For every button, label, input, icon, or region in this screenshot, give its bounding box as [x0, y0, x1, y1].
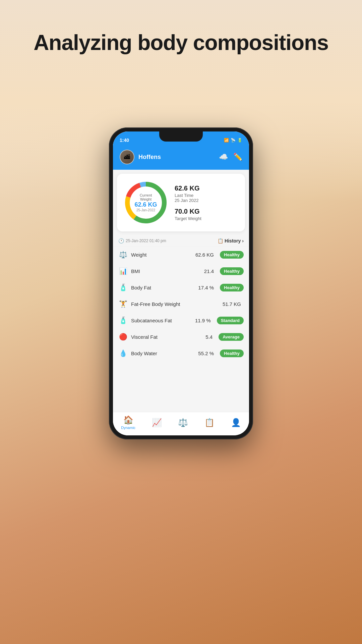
current-weight-value: 62.6 KG	[175, 184, 240, 192]
visceral-icon: 🔴	[118, 333, 128, 341]
home-nav[interactable]: 🏠Dynamic	[121, 415, 135, 430]
body-fat-icon: 🧴	[118, 283, 128, 291]
avatar[interactable]: 🏙	[120, 150, 134, 164]
scale-nav-icon: ⚖️	[178, 418, 188, 427]
metric-item: 🧴Subcataneous Fat11.9 %Standard	[113, 312, 249, 329]
bottom-nav: 🏠Dynamic📈⚖️📋👤	[113, 412, 249, 435]
status-badge: Healthy	[220, 251, 244, 259]
history-label: History	[225, 238, 241, 244]
subcutaneous-icon: 🧴	[118, 316, 128, 324]
avatar-image: 🏙	[120, 150, 134, 164]
history-icon: 📋	[218, 238, 223, 244]
metric-value: 11.9 %	[195, 318, 211, 323]
ring-chart: Current Weight 62.6 KG 25-Jan-2022	[122, 179, 169, 226]
status-badge: Healthy	[220, 267, 244, 275]
battery-icon: 🔋	[237, 138, 242, 143]
metric-value: 5.4	[205, 334, 213, 340]
date-history-row: 🕐 25-Jan-2022 01:40 pm 📋 History ›	[113, 235, 249, 247]
metric-value: 21.4	[204, 268, 214, 274]
metric-name: BMI	[131, 268, 201, 274]
weight-card: Current Weight 62.6 KG 25-Jan-2022 62.6 …	[117, 174, 245, 231]
phone-frame: 1:40 📶 📡 🔋 🏙 Hoffens ☁️ ✏️	[109, 127, 253, 439]
chart-nav-icon: 📈	[152, 418, 162, 427]
target-weight-value: 70.0 KG	[175, 208, 240, 215]
metric-item: 🔴Visceral Fat5.4Average	[113, 329, 249, 345]
metric-item: ⚖️Weight62.6 KGHealthy	[113, 247, 249, 263]
user-name: Hoffens	[138, 154, 161, 161]
status-badge: Healthy	[220, 284, 244, 291]
last-time-date: 25 Jan 2022	[175, 198, 240, 203]
last-time-label: Last Time	[175, 193, 240, 198]
metric-item: 💧Body Water55.2 %Healthy	[113, 345, 249, 362]
home-nav-icon: 🏠	[123, 415, 133, 425]
header-right: ☁️ ✏️	[219, 153, 242, 161]
status-badge: Standard	[217, 317, 244, 324]
app-content: 1:40 📶 📡 🔋 🏙 Hoffens ☁️ ✏️	[113, 131, 249, 435]
status-badge: Healthy	[220, 350, 244, 357]
weight-info: 62.6 KG Last Time 25 Jan 2022 70.0 KG Ta…	[175, 184, 240, 221]
metric-value: 17.4 %	[198, 285, 214, 290]
metric-value: 51.7 KG	[223, 301, 241, 307]
metric-item: 🧴Body Fat17.4 %Healthy	[113, 279, 249, 296]
phone-screen: 1:40 📶 📡 🔋 🏙 Hoffens ☁️ ✏️	[113, 131, 249, 435]
bmi-icon: 📊	[118, 267, 128, 275]
ring-date: 25-Jan-2022	[134, 208, 158, 212]
wifi-icon: 📶	[224, 138, 229, 143]
weight-icon: ⚖️	[118, 251, 128, 259]
body-water-icon: 💧	[118, 349, 128, 357]
metric-name: Subcataneous Fat	[131, 318, 192, 323]
weight-target: 70.0 KG Target Weight	[175, 208, 240, 221]
header-left: 🏙 Hoffens	[120, 150, 161, 164]
metrics-list: ⚖️Weight62.6 KGHealthy📊BMI21.4Healthy🧴Bo…	[113, 247, 249, 435]
ring-center: Current Weight 62.6 KG 25-Jan-2022	[134, 193, 158, 212]
metric-name: Visceral Fat	[131, 334, 202, 340]
notch	[159, 131, 203, 142]
metric-name: Body Water	[131, 351, 195, 356]
metric-value: 55.2 %	[198, 351, 214, 356]
status-time: 1:40	[120, 138, 129, 143]
ring-label: Current Weight	[134, 193, 158, 201]
date-text: 🕐 25-Jan-2022 01:40 pm	[118, 238, 166, 244]
status-badge: Average	[219, 333, 244, 341]
home-nav-label: Dynamic	[121, 426, 135, 430]
metric-item: 🏋️Fat-Free Body Weight51.7 KG	[113, 296, 249, 312]
clipboard-nav-icon: 📋	[204, 418, 215, 427]
scale-nav[interactable]: ⚖️	[178, 418, 188, 427]
metric-value: 62.6 KG	[195, 252, 214, 258]
edit-icon[interactable]: ✏️	[233, 153, 242, 161]
metric-name: Weight	[131, 252, 192, 258]
profile-nav[interactable]: 👤	[231, 418, 241, 427]
metric-item: 📊BMI21.4Healthy	[113, 263, 249, 279]
clock-icon: 🕐	[118, 238, 124, 244]
fat-free-icon: 🏋️	[118, 300, 128, 308]
clipboard-nav[interactable]: 📋	[204, 418, 215, 427]
sync-icon[interactable]: ☁️	[219, 153, 228, 161]
history-link[interactable]: 📋 History ›	[218, 238, 244, 244]
measurement-date: 25-Jan-2022 01:40 pm	[126, 238, 166, 243]
chart-nav[interactable]: 📈	[152, 418, 162, 427]
target-weight-label: Target Weight	[175, 216, 240, 221]
chevron-right-icon: ›	[242, 238, 244, 244]
status-icons: 📶 📡 🔋	[224, 138, 242, 143]
signal-icon: 📡	[231, 138, 236, 143]
ring-value: 62.6 KG	[134, 201, 158, 208]
page-title: Analyzing body compositions	[0, 30, 362, 55]
metric-name: Fat-Free Body Weight	[131, 301, 219, 307]
app-header: 🏙 Hoffens ☁️ ✏️	[113, 146, 249, 170]
profile-nav-icon: 👤	[231, 418, 241, 427]
metric-name: Body Fat	[131, 285, 195, 290]
